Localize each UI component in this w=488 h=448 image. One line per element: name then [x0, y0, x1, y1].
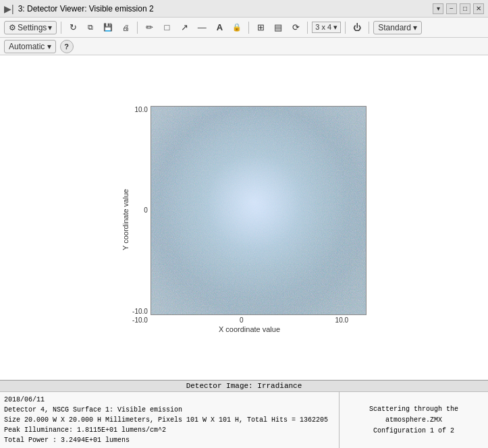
- save-icon: 💾: [103, 23, 113, 32]
- grid-icon: ⊞: [257, 22, 265, 32]
- info-line-1: 2018/06/11: [4, 395, 335, 405]
- y-tick-labels: 10.0 0 -10.0: [132, 106, 148, 315]
- copy-button[interactable]: ⧉: [83, 20, 98, 35]
- settings-arrow-icon: ▾: [48, 23, 52, 32]
- dash-icon: —: [198, 22, 207, 32]
- plot-wrapper: Y coordinate value 10.0 0 -10.0 -10.0 0 …: [121, 106, 367, 333]
- plot-with-y-ticks: 10.0 0 -10.0: [132, 106, 367, 315]
- grid-size-label[interactable]: 3 x 4 ▾: [312, 22, 341, 33]
- standard-label: Standard ▾: [378, 23, 417, 32]
- x-tick-left: -10.0: [132, 316, 148, 324]
- plot-inner: 10.0 0 -10.0 -10.0 0 10.0 X coordinate v…: [132, 106, 367, 333]
- separator-4: [307, 22, 308, 34]
- separator-2: [137, 22, 138, 34]
- info-line-2: Detector 4, NSCG Surface 1: Visible emis…: [4, 405, 335, 415]
- y-tick-mid: 0: [144, 206, 148, 214]
- separator-3: [248, 22, 249, 34]
- info-line-4: Peak Illuminance: 1.8115E+01 lumens/cm^2: [4, 425, 335, 435]
- print-icon: 🖨: [122, 24, 130, 32]
- power-button[interactable]: ⏻: [350, 20, 364, 35]
- text-A-icon: A: [217, 22, 223, 32]
- x-tick-labels: -10.0 0 10.0: [132, 316, 348, 324]
- separator-1: [61, 22, 61, 34]
- help-button[interactable]: ?: [60, 40, 74, 53]
- automatic-dropdown[interactable]: Automatic ▾: [4, 40, 56, 53]
- maximize-btn[interactable]: □: [460, 3, 470, 14]
- rotate-icon: ⟳: [292, 22, 300, 32]
- refresh-button[interactable]: ↻: [65, 20, 80, 35]
- layers-icon: ▤: [274, 22, 282, 32]
- x-axis-label: X coordinate value: [132, 325, 367, 333]
- window-controls: ▾ − □ ✕: [433, 3, 484, 14]
- app-icon: ▶|: [4, 3, 14, 14]
- window-title: 3: Detector Viewer: Visible emission 2: [18, 4, 154, 13]
- info-left-panel: 2018/06/11 Detector 4, NSCG Surface 1: V…: [0, 392, 340, 448]
- arrow-button[interactable]: ↗: [177, 20, 192, 35]
- detector-image[interactable]: [151, 106, 367, 315]
- grid-view-button[interactable]: ⊞: [253, 20, 268, 35]
- close-btn[interactable]: ✕: [473, 3, 484, 14]
- arrow-icon: ↗: [181, 22, 188, 32]
- separator-5: [345, 22, 346, 34]
- secondary-toolbar: Automatic ▾ ?: [0, 38, 488, 55]
- main-toolbar: ⚙ Settings ▾ ↻ ⧉ 💾 🖨 ✏ □ ↗ — A 🔒 ⊞ ▤ ⟳: [0, 18, 488, 38]
- pencil-icon: ✏: [146, 22, 153, 32]
- right-info-text: Scattering through the atmosphere.ZMXCon…: [345, 404, 483, 437]
- separator-6: [369, 22, 369, 34]
- copy-icon: ⧉: [88, 23, 93, 32]
- dropdown-btn[interactable]: ▾: [433, 3, 443, 14]
- automatic-label: Automatic ▾: [9, 42, 51, 51]
- irradiance-plot: [151, 106, 367, 315]
- x-tick-right: 10.0: [335, 316, 348, 324]
- settings-button[interactable]: ⚙ Settings ▾: [4, 21, 57, 34]
- save-button[interactable]: 💾: [101, 20, 115, 35]
- rotate-button[interactable]: ⟳: [288, 20, 303, 35]
- lock-icon: 🔒: [232, 23, 242, 32]
- lock-button[interactable]: 🔒: [229, 20, 244, 35]
- rectangle-button[interactable]: □: [159, 20, 174, 35]
- text-button[interactable]: A: [212, 20, 227, 35]
- info-panel: Detector Image: Irradiance 2018/06/11 De…: [0, 380, 488, 448]
- pencil-button[interactable]: ✏: [142, 20, 157, 35]
- info-panel-header: Detector Image: Irradiance: [0, 381, 488, 392]
- dash-button[interactable]: —: [194, 20, 209, 35]
- info-panel-body: 2018/06/11 Detector 4, NSCG Surface 1: V…: [0, 392, 488, 448]
- title-bar-left: ▶| 3: Detector Viewer: Visible emission …: [4, 3, 154, 14]
- title-bar: ▶| 3: Detector Viewer: Visible emission …: [0, 0, 488, 18]
- layers-button[interactable]: ▤: [271, 20, 286, 35]
- settings-icon: ⚙: [9, 23, 16, 32]
- help-icon: ?: [64, 43, 69, 51]
- x-tick-mid: 0: [240, 316, 244, 324]
- print-button[interactable]: 🖨: [118, 20, 133, 35]
- standard-dropdown[interactable]: Standard ▾: [373, 21, 422, 34]
- settings-label: Settings: [18, 23, 47, 32]
- rectangle-icon: □: [164, 22, 169, 32]
- info-right-panel: Scattering through the atmosphere.ZMXCon…: [340, 392, 488, 448]
- power-icon: ⏻: [353, 23, 361, 32]
- info-line-5: Total Power : 3.2494E+01 lumens: [4, 435, 335, 445]
- plot-container: Y coordinate value 10.0 0 -10.0 -10.0 0 …: [0, 55, 488, 380]
- main-content: Y coordinate value 10.0 0 -10.0 -10.0 0 …: [0, 55, 488, 448]
- y-tick-top: 10.0: [134, 106, 147, 113]
- refresh-icon: ↻: [70, 22, 77, 32]
- minimize-btn[interactable]: −: [446, 3, 457, 14]
- info-line-3: Size 20.000 W X 20.000 H Millimeters, Pi…: [4, 415, 335, 425]
- y-axis-label: Y coordinate value: [121, 106, 130, 333]
- y-tick-bot: -10.0: [132, 308, 148, 315]
